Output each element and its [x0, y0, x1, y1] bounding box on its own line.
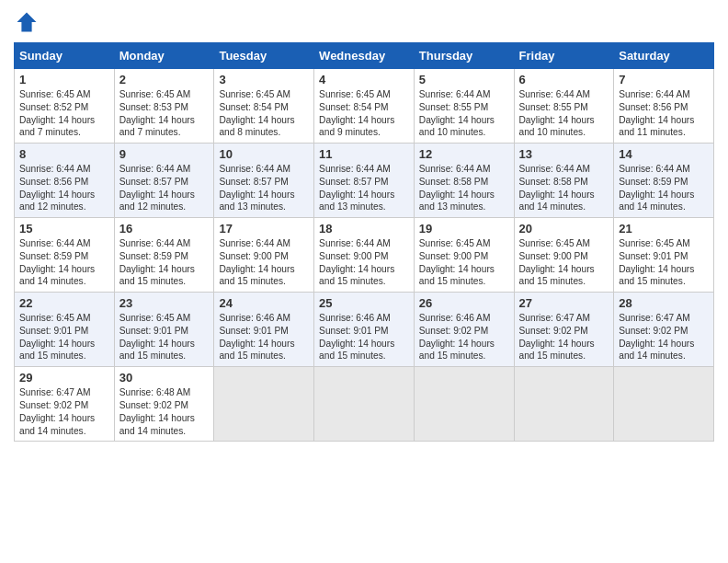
calendar-cell: 17Sunrise: 6:44 AMSunset: 9:00 PMDayligh… [214, 218, 314, 293]
logo [14, 9, 43, 35]
cell-content: Sunrise: 6:47 AMSunset: 9:02 PMDaylight:… [519, 312, 609, 362]
day-number: 9 [119, 147, 210, 161]
cell-content: Sunrise: 6:44 AMSunset: 8:59 PMDaylight:… [619, 163, 709, 213]
calendar-cell: 5Sunrise: 6:44 AMSunset: 8:55 PMDaylight… [414, 69, 514, 144]
day-of-week-header: Thursday [414, 43, 514, 69]
day-of-week-header: Friday [514, 43, 614, 69]
calendar-cell: 4Sunrise: 6:45 AMSunset: 8:54 PMDaylight… [314, 69, 415, 144]
day-number: 20 [519, 222, 609, 236]
day-of-week-header: Wednesday [314, 43, 415, 69]
calendar-cell: 6Sunrise: 6:44 AMSunset: 8:55 PMDaylight… [514, 69, 614, 144]
day-number: 18 [319, 222, 409, 236]
calendar-week-row: 29Sunrise: 6:47 AMSunset: 9:02 PMDayligh… [15, 367, 714, 442]
page-header [14, 9, 714, 35]
cell-content: Sunrise: 6:47 AMSunset: 9:02 PMDaylight:… [619, 312, 709, 362]
cell-content: Sunrise: 6:47 AMSunset: 9:02 PMDaylight:… [19, 386, 109, 437]
cell-content: Sunrise: 6:44 AMSunset: 8:59 PMDaylight:… [19, 237, 109, 288]
cell-content: Sunrise: 6:44 AMSunset: 8:56 PMDaylight:… [19, 163, 109, 213]
day-number: 11 [319, 147, 409, 161]
calendar-cell: 12Sunrise: 6:44 AMSunset: 8:58 PMDayligh… [414, 144, 514, 218]
calendar-cell: 20Sunrise: 6:45 AMSunset: 9:00 PMDayligh… [514, 218, 614, 293]
calendar-header-row: SundayMondayTuesdayWednesdayThursdayFrid… [15, 43, 714, 69]
calendar-cell: 14Sunrise: 6:44 AMSunset: 8:59 PMDayligh… [614, 144, 714, 218]
calendar-cell: 9Sunrise: 6:44 AMSunset: 8:57 PMDaylight… [114, 144, 214, 218]
calendar-cell: 18Sunrise: 6:44 AMSunset: 9:00 PMDayligh… [314, 218, 415, 293]
cell-content: Sunrise: 6:44 AMSunset: 9:00 PMDaylight:… [219, 237, 309, 288]
calendar-cell: 2Sunrise: 6:45 AMSunset: 8:53 PMDaylight… [114, 69, 214, 144]
cell-content: Sunrise: 6:45 AMSunset: 9:01 PMDaylight:… [19, 312, 109, 362]
calendar-cell [614, 367, 714, 442]
calendar-cell: 26Sunrise: 6:46 AMSunset: 9:02 PMDayligh… [414, 293, 514, 367]
cell-content: Sunrise: 6:45 AMSunset: 8:53 PMDaylight:… [119, 88, 210, 139]
day-number: 29 [19, 371, 109, 385]
day-number: 30 [119, 371, 210, 385]
day-of-week-header: Monday [114, 43, 214, 69]
calendar-cell: 25Sunrise: 6:46 AMSunset: 9:01 PMDayligh… [314, 293, 415, 367]
calendar-cell [414, 367, 514, 442]
cell-content: Sunrise: 6:44 AMSunset: 8:57 PMDaylight:… [219, 163, 309, 213]
calendar-cell: 28Sunrise: 6:47 AMSunset: 9:02 PMDayligh… [614, 293, 714, 367]
calendar-cell: 13Sunrise: 6:44 AMSunset: 8:58 PMDayligh… [514, 144, 614, 218]
cell-content: Sunrise: 6:44 AMSunset: 8:55 PMDaylight:… [519, 88, 609, 139]
day-number: 21 [619, 222, 709, 236]
day-of-week-header: Sunday [15, 43, 115, 69]
day-number: 12 [419, 147, 509, 161]
calendar-cell: 29Sunrise: 6:47 AMSunset: 9:02 PMDayligh… [15, 367, 115, 442]
day-number: 26 [419, 296, 509, 310]
cell-content: Sunrise: 6:45 AMSunset: 8:54 PMDaylight:… [219, 88, 309, 139]
calendar-cell: 7Sunrise: 6:44 AMSunset: 8:56 PMDaylight… [614, 69, 714, 144]
cell-content: Sunrise: 6:44 AMSunset: 8:57 PMDaylight:… [319, 163, 409, 213]
svg-marker-0 [17, 13, 37, 32]
cell-content: Sunrise: 6:44 AMSunset: 8:57 PMDaylight:… [119, 163, 210, 213]
calendar-cell: 23Sunrise: 6:45 AMSunset: 9:01 PMDayligh… [114, 293, 214, 367]
calendar-cell: 3Sunrise: 6:45 AMSunset: 8:54 PMDaylight… [214, 69, 314, 144]
cell-content: Sunrise: 6:44 AMSunset: 8:58 PMDaylight:… [519, 163, 609, 213]
cell-content: Sunrise: 6:46 AMSunset: 9:02 PMDaylight:… [419, 312, 509, 362]
calendar-week-row: 15Sunrise: 6:44 AMSunset: 8:59 PMDayligh… [15, 218, 714, 293]
day-number: 23 [119, 296, 210, 310]
day-number: 16 [119, 222, 210, 236]
cell-content: Sunrise: 6:45 AMSunset: 9:00 PMDaylight:… [419, 237, 509, 288]
calendar-cell: 24Sunrise: 6:46 AMSunset: 9:01 PMDayligh… [214, 293, 314, 367]
day-number: 19 [419, 222, 509, 236]
calendar-cell: 27Sunrise: 6:47 AMSunset: 9:02 PMDayligh… [514, 293, 614, 367]
day-number: 4 [319, 73, 409, 86]
day-number: 27 [519, 296, 609, 310]
calendar-cell: 19Sunrise: 6:45 AMSunset: 9:00 PMDayligh… [414, 218, 514, 293]
cell-content: Sunrise: 6:46 AMSunset: 9:01 PMDaylight:… [319, 312, 409, 362]
day-number: 15 [19, 222, 109, 236]
day-number: 14 [619, 147, 709, 161]
day-number: 1 [19, 73, 109, 86]
cell-content: Sunrise: 6:44 AMSunset: 8:59 PMDaylight:… [119, 237, 210, 288]
day-number: 17 [219, 222, 309, 236]
calendar-cell [314, 367, 415, 442]
cell-content: Sunrise: 6:45 AMSunset: 9:01 PMDaylight:… [119, 312, 210, 362]
cell-content: Sunrise: 6:44 AMSunset: 8:55 PMDaylight:… [419, 88, 509, 139]
cell-content: Sunrise: 6:48 AMSunset: 9:02 PMDaylight:… [119, 386, 210, 437]
calendar-cell: 10Sunrise: 6:44 AMSunset: 8:57 PMDayligh… [214, 144, 314, 218]
calendar-cell: 21Sunrise: 6:45 AMSunset: 9:01 PMDayligh… [614, 218, 714, 293]
calendar-cell: 30Sunrise: 6:48 AMSunset: 9:02 PMDayligh… [114, 367, 214, 442]
day-number: 13 [519, 147, 609, 161]
calendar-week-row: 22Sunrise: 6:45 AMSunset: 9:01 PMDayligh… [15, 293, 714, 367]
logo-icon [14, 9, 40, 35]
calendar-cell: 16Sunrise: 6:44 AMSunset: 8:59 PMDayligh… [114, 218, 214, 293]
calendar-cell: 15Sunrise: 6:44 AMSunset: 8:59 PMDayligh… [15, 218, 115, 293]
cell-content: Sunrise: 6:45 AMSunset: 8:52 PMDaylight:… [19, 88, 109, 139]
cell-content: Sunrise: 6:44 AMSunset: 8:58 PMDaylight:… [419, 163, 509, 213]
cell-content: Sunrise: 6:44 AMSunset: 9:00 PMDaylight:… [319, 237, 409, 288]
day-number: 5 [419, 73, 509, 86]
calendar-cell: 1Sunrise: 6:45 AMSunset: 8:52 PMDaylight… [15, 69, 115, 144]
calendar-table: SundayMondayTuesdayWednesdayThursdayFrid… [14, 42, 714, 442]
day-number: 6 [519, 73, 609, 86]
cell-content: Sunrise: 6:45 AMSunset: 8:54 PMDaylight:… [319, 88, 409, 139]
day-number: 10 [219, 147, 309, 161]
day-number: 3 [219, 73, 309, 86]
cell-content: Sunrise: 6:44 AMSunset: 8:56 PMDaylight:… [619, 88, 709, 139]
day-of-week-header: Saturday [614, 43, 714, 69]
cell-content: Sunrise: 6:46 AMSunset: 9:01 PMDaylight:… [219, 312, 309, 362]
day-number: 24 [219, 296, 309, 310]
day-number: 28 [619, 296, 709, 310]
cell-content: Sunrise: 6:45 AMSunset: 9:01 PMDaylight:… [619, 237, 709, 288]
calendar-cell: 11Sunrise: 6:44 AMSunset: 8:57 PMDayligh… [314, 144, 415, 218]
